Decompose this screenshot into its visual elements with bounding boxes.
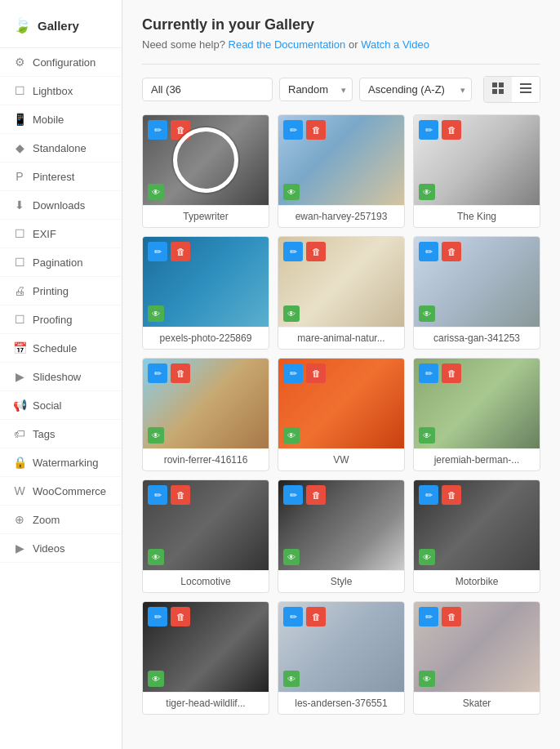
gallery-item-actions: ✏ 🗑 [148,120,190,140]
delete-button-12[interactable]: 🗑 [442,485,461,505]
visibility-badge-3: 👁 [419,184,435,200]
sidebar-item-tags[interactable]: 🏷 Tags [0,420,122,448]
sidebar-item-slideshow[interactable]: ▶ Slideshow [0,363,122,391]
video-link[interactable]: Watch a Video [361,38,429,51]
zoom-icon: ⊕ [13,513,26,526]
sidebar-item-woocommerce[interactable]: W WooCommerce [0,477,122,506]
tags-icon: 🏷 [13,427,26,440]
edit-button-12[interactable]: ✏ [419,485,438,505]
gallery-item-title-1: Typewriter [143,205,269,227]
sidebar-item-mobile[interactable]: 📱 Mobile [0,105,122,134]
edit-button-14[interactable]: ✏ [283,607,303,626]
gallery-item-title-14: les-andersen-376551 [278,692,404,714]
edit-button-1[interactable]: ✏ [148,120,167,140]
sidebar-logo: 🍃 Gallery [0,8,122,48]
edit-button-4[interactable]: ✏ [148,242,167,261]
visibility-badge-1: 👁 [148,184,164,200]
edit-button-3[interactable]: ✏ [419,120,438,140]
delete-button-4[interactable]: 🗑 [171,242,190,261]
printing-icon: 🖨 [13,284,26,297]
order-select-wrapper: Ascending (A-Z) Descending (Z-A) [359,78,472,101]
gallery-image-10: ✏ 🗑 👁 [143,480,269,570]
delete-button-7[interactable]: 🗑 [171,363,190,383]
sidebar-item-social[interactable]: 📢 Social [0,391,122,420]
delete-button-1[interactable]: 🗑 [171,120,190,140]
sidebar-item-printing[interactable]: 🖨 Printing [0,277,122,305]
edit-button-15[interactable]: ✏ [419,607,438,626]
sort-select-wrapper: Random Title Date Filename [279,78,353,101]
gallery-item-actions: ✏ 🗑 [283,363,326,383]
delete-button-15[interactable]: 🗑 [442,607,461,626]
gallery-item-actions: ✏ 🗑 [148,363,190,383]
sidebar-item-proofing[interactable]: ☐ Proofing [0,305,122,334]
visibility-badge-9: 👁 [419,427,435,444]
sidebar-item-pinterest[interactable]: P Pinterest [0,163,122,191]
main-content: Currently in your Gallery Need some help… [122,0,560,749]
social-label: Social [33,399,61,412]
gallery-grid: ✏ 🗑 👁 Typewriter ✏ 🗑 👁 ewan-harvey-25719… [142,114,540,715]
gallery-image-13: ✏ 🗑 👁 [143,602,269,692]
delete-button-10[interactable]: 🗑 [171,485,190,505]
downloads-icon: ⬇ [13,198,26,212]
sidebar-item-pagination[interactable]: ☐ Pagination [0,248,122,277]
gallery-item: ✏ 🗑 👁 rovin-ferrer-416116 [142,358,269,471]
gallery-image-1: ✏ 🗑 👁 [143,115,269,205]
slideshow-icon: ▶ [13,370,26,383]
sidebar-item-downloads[interactable]: ⬇ Downloads [0,191,122,220]
delete-button-2[interactable]: 🗑 [306,120,326,140]
delete-button-8[interactable]: 🗑 [306,363,326,383]
sidebar-item-standalone[interactable]: ◆ Standalone [0,134,122,163]
svg-rect-2 [492,89,497,94]
gallery-item-actions: ✏ 🗑 [283,242,326,261]
sidebar-item-lightbox[interactable]: ☐ Lightbox [0,77,122,105]
delete-button-13[interactable]: 🗑 [171,607,190,626]
gallery-item-actions: ✏ 🗑 [148,607,190,626]
edit-button-9[interactable]: ✏ [419,363,438,383]
visibility-badge-4: 👁 [148,305,164,322]
filter-input[interactable] [142,78,273,101]
sort-select[interactable]: Random Title Date Filename [279,78,353,101]
edit-button-11[interactable]: ✏ [283,485,303,505]
edit-button-2[interactable]: ✏ [283,120,303,140]
videos-label: Videos [33,542,65,555]
delete-button-14[interactable]: 🗑 [306,607,326,626]
delete-button-11[interactable]: 🗑 [306,485,326,505]
gallery-image-5: ✏ 🗑 👁 [278,237,404,327]
sidebar-item-exif[interactable]: ☐ EXIF [0,220,122,248]
delete-button-3[interactable]: 🗑 [442,120,461,140]
gallery-image-2: ✏ 🗑 👁 [278,115,404,205]
visibility-badge-12: 👁 [419,549,435,565]
order-select[interactable]: Ascending (A-Z) Descending (Z-A) [359,78,472,101]
list-view-button[interactable] [512,77,540,102]
delete-button-9[interactable]: 🗑 [442,363,461,383]
delete-button-6[interactable]: 🗑 [442,242,461,261]
sidebar-item-configuration[interactable]: ⚙ Configuration [0,48,122,77]
edit-button-8[interactable]: ✏ [283,363,303,383]
edit-button-10[interactable]: ✏ [148,485,167,505]
gallery-item: ✏ 🗑 👁 tiger-head-wildlif... [142,601,269,715]
gallery-item: ✏ 🗑 👁 Skater [413,601,540,715]
sidebar-item-watermarking[interactable]: 🔒 Watermarking [0,448,122,477]
delete-button-5[interactable]: 🗑 [306,242,326,261]
doc-link[interactable]: Read the Documentation [229,38,346,51]
slideshow-label: Slideshow [33,371,81,383]
edit-button-6[interactable]: ✏ [419,242,438,261]
svg-rect-1 [499,82,504,87]
toolbar: Random Title Date Filename Ascending (A-… [142,76,540,103]
edit-button-7[interactable]: ✏ [148,363,167,383]
gallery-item-actions: ✏ 🗑 [148,242,190,261]
svg-rect-3 [499,89,504,94]
edit-button-5[interactable]: ✏ [283,242,303,261]
gallery-item-title-5: mare-animal-natur... [278,327,404,349]
grid-view-button[interactable] [484,77,512,102]
page-title: Currently in your Gallery [142,16,540,33]
gallery-item-title-12: Motorbike [414,570,540,592]
sidebar-item-videos[interactable]: ▶ Videos [0,534,122,563]
help-text: Need some help? Read the Documentation o… [142,38,540,51]
gallery-item: ✏ 🗑 👁 ewan-harvey-257193 [278,114,405,228]
sidebar-item-schedule[interactable]: 📅 Schedule [0,334,122,363]
edit-button-13[interactable]: ✏ [148,607,167,626]
svg-rect-5 [520,87,531,89]
proofing-label: Proofing [33,314,72,326]
sidebar-item-zoom[interactable]: ⊕ Zoom [0,506,122,534]
